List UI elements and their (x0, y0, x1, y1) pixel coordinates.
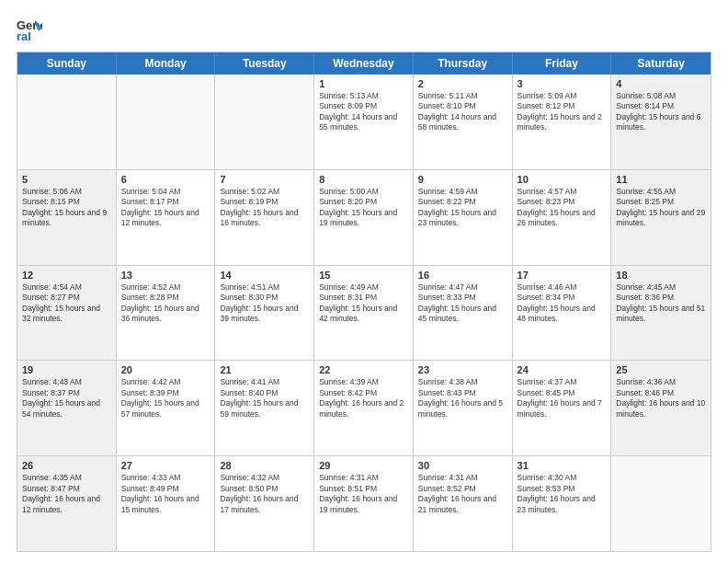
calendar-cell: 15Sunrise: 4:49 AM Sunset: 8:31 PM Dayli… (314, 266, 414, 361)
cell-info: Sunrise: 4:45 AM Sunset: 8:36 PM Dayligh… (616, 282, 706, 325)
day-number: 18 (616, 270, 706, 281)
cell-info: Sunrise: 4:30 AM Sunset: 8:53 PM Dayligh… (518, 473, 607, 515)
cell-info: Sunrise: 4:31 AM Sunset: 8:51 PM Dayligh… (319, 473, 408, 515)
day-number: 17 (518, 270, 607, 281)
calendar-cell: 28Sunrise: 4:32 AM Sunset: 8:50 PM Dayli… (215, 456, 314, 551)
day-number: 2 (418, 78, 507, 89)
calendar-cell: 26Sunrise: 4:35 AM Sunset: 8:47 PM Dayli… (17, 456, 117, 551)
calendar-cell: 17Sunrise: 4:46 AM Sunset: 8:34 PM Dayli… (513, 266, 612, 361)
cell-info: Sunrise: 4:55 AM Sunset: 8:25 PM Dayligh… (616, 187, 706, 229)
day-number: 7 (220, 174, 309, 185)
day-number: 23 (418, 364, 507, 375)
cell-info: Sunrise: 4:59 AM Sunset: 8:22 PM Dayligh… (418, 187, 507, 229)
cell-info: Sunrise: 4:47 AM Sunset: 8:33 PM Dayligh… (418, 282, 507, 325)
calendar-cell: 11Sunrise: 4:55 AM Sunset: 8:25 PM Dayli… (611, 170, 711, 265)
header-day-saturday: Saturday (611, 52, 711, 75)
cell-info: Sunrise: 4:51 AM Sunset: 8:30 PM Dayligh… (220, 282, 309, 325)
cell-info: Sunrise: 4:37 AM Sunset: 8:45 PM Dayligh… (518, 377, 607, 419)
calendar-cell: 16Sunrise: 4:47 AM Sunset: 8:33 PM Dayli… (414, 266, 513, 361)
calendar-week-4: 19Sunrise: 4:43 AM Sunset: 8:37 PM Dayli… (17, 360, 711, 455)
cell-info: Sunrise: 4:43 AM Sunset: 8:37 PM Dayligh… (22, 377, 111, 419)
calendar-cell: 10Sunrise: 4:57 AM Sunset: 8:23 PM Dayli… (513, 170, 612, 265)
cell-info: Sunrise: 4:35 AM Sunset: 8:47 PM Dayligh… (22, 473, 111, 515)
calendar-cell: 8Sunrise: 5:00 AM Sunset: 8:20 PM Daylig… (314, 170, 414, 265)
day-number: 20 (121, 364, 210, 375)
cell-info: Sunrise: 5:04 AM Sunset: 8:17 PM Dayligh… (121, 187, 210, 229)
cell-info: Sunrise: 5:02 AM Sunset: 8:19 PM Dayligh… (220, 187, 309, 229)
calendar-cell (611, 456, 711, 551)
cell-info: Sunrise: 4:39 AM Sunset: 8:42 PM Dayligh… (319, 377, 408, 419)
header: Gene ral (17, 17, 711, 42)
day-number: 13 (121, 270, 210, 281)
day-number: 8 (319, 174, 408, 185)
cell-info: Sunrise: 5:00 AM Sunset: 8:20 PM Dayligh… (319, 187, 408, 229)
day-number: 28 (220, 460, 309, 471)
cell-info: Sunrise: 4:52 AM Sunset: 8:28 PM Dayligh… (121, 282, 210, 325)
cell-info: Sunrise: 4:54 AM Sunset: 8:27 PM Dayligh… (22, 282, 111, 325)
day-number: 10 (518, 174, 607, 185)
calendar-cell: 30Sunrise: 4:31 AM Sunset: 8:52 PM Dayli… (414, 456, 513, 551)
calendar-cell: 31Sunrise: 4:30 AM Sunset: 8:53 PM Dayli… (513, 456, 612, 551)
calendar-cell: 1Sunrise: 5:13 AM Sunset: 8:09 PM Daylig… (314, 75, 414, 169)
day-number: 26 (22, 460, 111, 471)
calendar-cell: 27Sunrise: 4:33 AM Sunset: 8:49 PM Dayli… (117, 456, 216, 551)
calendar-cell: 9Sunrise: 4:59 AM Sunset: 8:22 PM Daylig… (414, 170, 513, 265)
calendar-cell: 6Sunrise: 5:04 AM Sunset: 8:17 PM Daylig… (117, 170, 216, 265)
calendar-cell: 18Sunrise: 4:45 AM Sunset: 8:36 PM Dayli… (611, 266, 711, 361)
cell-info: Sunrise: 4:49 AM Sunset: 8:31 PM Dayligh… (319, 282, 408, 325)
cell-info: Sunrise: 5:13 AM Sunset: 8:09 PM Dayligh… (319, 91, 408, 133)
page: Gene ral SundayMondayTuesdayWednesdayThu… (0, 0, 728, 563)
calendar-cell (215, 75, 314, 169)
calendar-cell: 13Sunrise: 4:52 AM Sunset: 8:28 PM Dayli… (117, 266, 216, 361)
calendar: SundayMondayTuesdayWednesdayThursdayFrid… (17, 52, 711, 552)
day-number: 21 (220, 364, 309, 375)
day-number: 22 (319, 364, 408, 375)
day-number: 24 (518, 364, 607, 375)
day-number: 3 (518, 78, 607, 89)
calendar-cell: 29Sunrise: 4:31 AM Sunset: 8:51 PM Dayli… (314, 456, 414, 551)
day-number: 6 (121, 174, 210, 185)
header-day-friday: Friday (513, 52, 612, 75)
day-number: 9 (418, 174, 507, 185)
day-number: 5 (22, 174, 111, 185)
calendar-header: SundayMondayTuesdayWednesdayThursdayFrid… (17, 52, 711, 75)
day-number: 31 (518, 460, 607, 471)
header-day-sunday: Sunday (17, 52, 117, 75)
calendar-cell: 21Sunrise: 4:41 AM Sunset: 8:40 PM Dayli… (215, 361, 314, 455)
logo-icon: Gene ral (17, 17, 42, 42)
calendar-cell: 4Sunrise: 5:08 AM Sunset: 8:14 PM Daylig… (611, 75, 711, 169)
cell-info: Sunrise: 5:06 AM Sunset: 8:15 PM Dayligh… (22, 187, 111, 229)
day-number: 14 (220, 270, 309, 281)
day-number: 16 (418, 270, 507, 281)
calendar-cell (117, 75, 216, 169)
calendar-cell: 19Sunrise: 4:43 AM Sunset: 8:37 PM Dayli… (17, 361, 117, 455)
calendar-cell: 5Sunrise: 5:06 AM Sunset: 8:15 PM Daylig… (17, 170, 117, 265)
header-day-thursday: Thursday (414, 52, 513, 75)
cell-info: Sunrise: 4:42 AM Sunset: 8:39 PM Dayligh… (121, 377, 210, 419)
calendar-cell: 12Sunrise: 4:54 AM Sunset: 8:27 PM Dayli… (17, 266, 117, 361)
day-number: 27 (121, 460, 210, 471)
calendar-cell (17, 75, 117, 169)
cell-info: Sunrise: 5:09 AM Sunset: 8:12 PM Dayligh… (518, 91, 607, 133)
calendar-cell: 3Sunrise: 5:09 AM Sunset: 8:12 PM Daylig… (513, 75, 612, 169)
header-day-monday: Monday (117, 52, 216, 75)
cell-info: Sunrise: 4:57 AM Sunset: 8:23 PM Dayligh… (518, 187, 607, 229)
cell-info: Sunrise: 4:46 AM Sunset: 8:34 PM Dayligh… (518, 282, 607, 325)
logo: Gene ral (17, 17, 46, 42)
calendar-week-2: 5Sunrise: 5:06 AM Sunset: 8:15 PM Daylig… (17, 169, 711, 265)
svg-text:ral: ral (17, 29, 31, 42)
day-number: 29 (319, 460, 408, 471)
day-number: 11 (616, 174, 706, 185)
calendar-week-5: 26Sunrise: 4:35 AM Sunset: 8:47 PM Dayli… (17, 455, 711, 551)
cell-info: Sunrise: 4:32 AM Sunset: 8:50 PM Dayligh… (220, 473, 309, 515)
header-day-wednesday: Wednesday (314, 52, 414, 75)
day-number: 30 (418, 460, 507, 471)
day-number: 25 (616, 364, 706, 375)
day-number: 19 (22, 364, 111, 375)
calendar-cell: 14Sunrise: 4:51 AM Sunset: 8:30 PM Dayli… (215, 266, 314, 361)
cell-info: Sunrise: 4:36 AM Sunset: 8:46 PM Dayligh… (616, 377, 706, 419)
cell-info: Sunrise: 4:33 AM Sunset: 8:49 PM Dayligh… (121, 473, 210, 515)
cell-info: Sunrise: 5:11 AM Sunset: 8:10 PM Dayligh… (418, 91, 507, 133)
calendar-cell: 24Sunrise: 4:37 AM Sunset: 8:45 PM Dayli… (513, 361, 612, 455)
cell-info: Sunrise: 4:38 AM Sunset: 8:43 PM Dayligh… (418, 377, 507, 419)
